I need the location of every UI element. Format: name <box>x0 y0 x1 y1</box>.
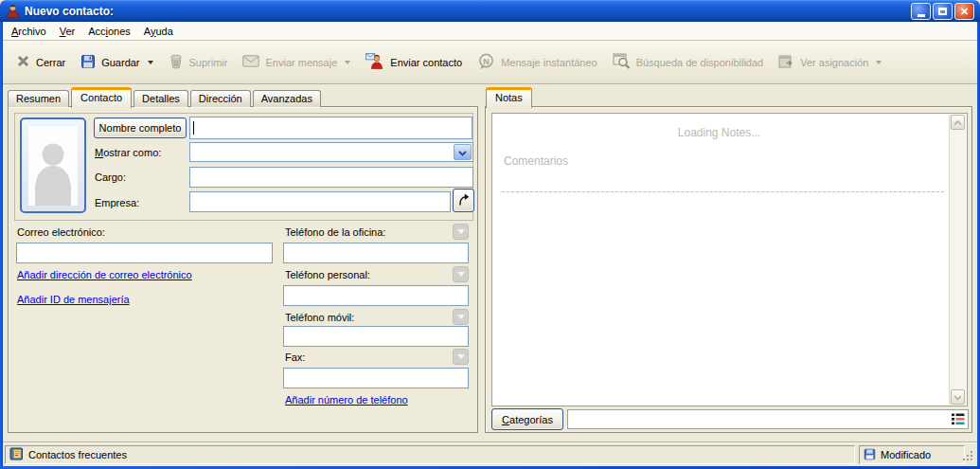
minimize-icon <box>918 14 925 17</box>
curved-arrow-icon <box>456 192 471 208</box>
categorias-button[interactable]: Categorías <box>491 408 563 430</box>
email-label: Correo electrónico: <box>17 226 105 238</box>
phone-office-input[interactable] <box>283 243 469 263</box>
resize-grip[interactable] <box>962 450 974 464</box>
fax-input[interactable] <box>283 368 469 388</box>
notes-panel: Loading Notes... Comentarios Categorías <box>485 106 972 433</box>
categories-list-icon[interactable] <box>952 413 965 425</box>
person-silhouette-icon <box>28 126 78 206</box>
svg-text:N: N <box>483 56 490 65</box>
phone-office-dropdown[interactable] <box>453 224 469 240</box>
toolbar-button-mensaje-instantaneo[interactable]: N Mensaje instantáneo <box>470 49 605 76</box>
tab-resumen[interactable]: Resumen <box>8 90 69 107</box>
status-left-field: Contactos frecuentes <box>5 445 855 464</box>
scroll-up-button[interactable] <box>951 115 965 130</box>
nombre-completo-button[interactable]: Nombre completo <box>94 117 187 138</box>
guardar-dropdown-icon[interactable] <box>148 61 153 64</box>
chevron-down-icon <box>953 391 962 403</box>
save-floppy-icon <box>80 54 96 71</box>
phone-mobile-input[interactable] <box>283 326 469 347</box>
chevron-up-icon <box>953 117 962 128</box>
toolbar: Cerrar Guardar <box>3 41 977 84</box>
phone-office-label: Teléfono de la oficina: <box>285 226 385 238</box>
full-name-input[interactable] <box>189 117 472 139</box>
chevron-down-icon <box>458 147 467 158</box>
notes-scrollbar[interactable] <box>949 115 966 405</box>
triangle-down-icon <box>457 272 465 277</box>
phone-personal-dropdown[interactable] <box>453 266 469 282</box>
status-right-text: Modificado <box>881 449 931 460</box>
goto-company-button[interactable] <box>453 189 474 212</box>
contact-person-icon <box>6 4 20 18</box>
fax-label: Fax: <box>285 352 305 363</box>
empresa-input[interactable] <box>189 191 451 212</box>
new-contact-window: Nuevo contacto: ✕ Archivo Ver Acciones A… <box>0 0 980 469</box>
phone-mobile-label: Teléfono móvil: <box>285 312 354 323</box>
appointment-icon <box>778 54 794 71</box>
cargo-input[interactable] <box>189 167 473 188</box>
status-bar: Contactos frecuentes Modificado <box>3 442 977 467</box>
contact-photo-placeholder[interactable] <box>20 117 86 213</box>
ver-asignacion-dropdown-icon[interactable] <box>876 61 882 64</box>
titlebar[interactable]: Nuevo contacto: ✕ <box>0 0 980 22</box>
menu-ayuda[interactable]: Ayuda <box>143 24 174 39</box>
close-button[interactable]: ✕ <box>954 3 974 20</box>
contact-tab-strip: Resumen Contacto Detalles Dirección Avan… <box>8 86 323 107</box>
tab-contacto[interactable]: Contacto <box>71 87 132 108</box>
address-book-icon <box>9 447 24 462</box>
triangle-down-icon <box>457 354 465 359</box>
tab-direccion[interactable]: Dirección <box>190 90 251 107</box>
scroll-down-button[interactable] <box>951 389 965 405</box>
tab-avanzadas[interactable]: Avanzadas <box>253 90 321 107</box>
menu-ver[interactable]: Ver <box>59 24 77 39</box>
toolbar-button-cerrar[interactable]: Cerrar <box>9 50 73 74</box>
window-border-left <box>0 21 3 469</box>
toolbar-button-suprimir[interactable]: Suprimir <box>161 50 236 75</box>
notes-tab-strip: Notas <box>486 86 534 107</box>
close-icon: ✕ <box>960 6 969 18</box>
phone-personal-label: Teléfono personal: <box>285 269 370 280</box>
window-title: Nuevo contacto: <box>25 5 114 18</box>
loading-notes-text: Loading Notes... <box>492 126 946 139</box>
email-input[interactable] <box>16 243 273 263</box>
comentarios-label: Comentarios <box>504 154 568 168</box>
empresa-label: Empresa: <box>95 197 139 208</box>
mostrar-como-label: Mostrar como: <box>95 147 161 158</box>
notes-area[interactable]: Loading Notes... Comentarios <box>491 113 968 406</box>
text-caret <box>193 121 194 135</box>
contact-form-panel: Nombre completo Mostrar como: Cargo: Emp… <box>8 106 478 433</box>
triangle-down-icon <box>457 229 465 234</box>
toolbar-button-busqueda-disponibilidad[interactable]: Búsqueda de disponibilidad <box>605 49 772 75</box>
menu-archivo[interactable]: Archivo <box>10 24 47 39</box>
phone-personal-input[interactable] <box>283 285 469 306</box>
toolbar-button-ver-asignacion[interactable]: Ver asignación <box>771 50 889 75</box>
phone-mobile-dropdown[interactable] <box>453 309 469 325</box>
tab-notas[interactable]: Notas <box>486 87 532 108</box>
toolbar-button-enviar-mensaje[interactable]: Enviar mensaje <box>235 51 358 73</box>
status-left-text: Contactos frecuentes <box>28 449 127 460</box>
notes-divider <box>502 191 944 192</box>
maximize-button[interactable] <box>933 3 953 20</box>
add-email-link[interactable]: Añadir dirección de correo electrónico <box>17 269 192 280</box>
trash-icon <box>169 54 184 71</box>
fax-dropdown[interactable] <box>453 349 469 365</box>
toolbar-button-guardar[interactable]: Guardar <box>73 50 160 75</box>
menu-acciones[interactable]: Acciones <box>87 24 132 39</box>
maximize-icon <box>938 8 947 15</box>
minimize-button[interactable] <box>911 3 931 20</box>
add-im-link[interactable]: Añadir ID de mensajería <box>17 294 130 305</box>
availability-search-icon <box>613 53 631 71</box>
toolbar-button-enviar-contacto[interactable]: Enviar contacto <box>358 49 470 75</box>
tab-detalles[interactable]: Detalles <box>134 90 188 107</box>
enviar-mensaje-dropdown-icon[interactable] <box>345 61 350 64</box>
categories-input[interactable] <box>567 409 969 429</box>
triangle-down-icon <box>457 315 465 319</box>
menu-bar: Archivo Ver Acciones Ayuda <box>3 22 977 41</box>
add-phone-link[interactable]: Añadir número de teléfono <box>285 394 408 406</box>
modified-floppy-icon <box>864 448 876 462</box>
close-x-icon <box>16 54 30 70</box>
send-contact-icon <box>365 53 384 71</box>
instant-message-icon: N <box>477 53 495 72</box>
display-as-combobox[interactable] <box>189 142 473 162</box>
combo-dropdown-button[interactable] <box>454 144 472 160</box>
